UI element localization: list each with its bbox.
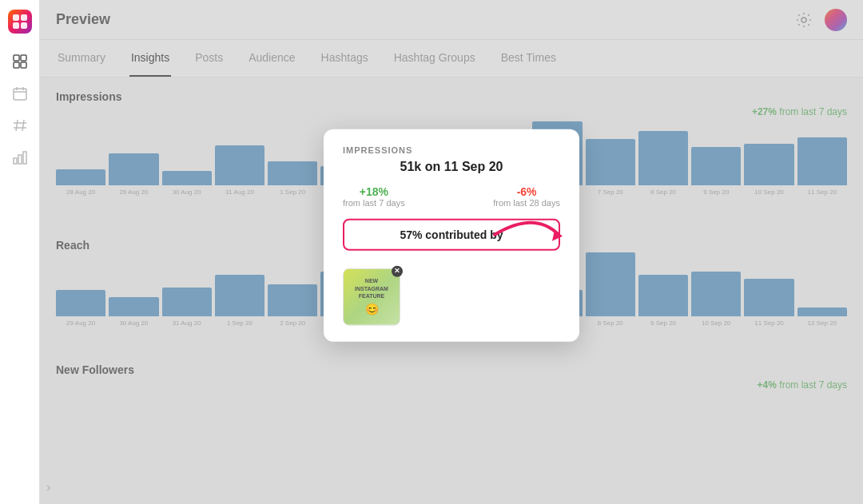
grid-icon[interactable]: [11, 53, 29, 70]
svg-rect-5: [21, 55, 26, 61]
svg-line-13: [22, 120, 24, 131]
svg-rect-4: [14, 55, 19, 61]
modal-highlight: 57% contributed by: [343, 218, 560, 250]
modal-bottom: 57% contributed by: [343, 218, 560, 261]
svg-rect-1: [21, 14, 27, 21]
modal-stat-1: +18% from last 7 days: [343, 185, 405, 207]
modal-date: 51k on 11 Sep 20: [343, 159, 560, 173]
modal-title: IMPRESSIONS: [343, 145, 560, 154]
svg-rect-6: [14, 62, 19, 68]
modal-stat-2: -6% from last 28 days: [493, 185, 560, 207]
modal-post-row: ✕ NEWINSTAGRAMFEATURE 😊: [343, 268, 560, 325]
modal-stat2-label: from last 28 days: [493, 197, 560, 207]
svg-rect-0: [13, 14, 19, 21]
app-logo[interactable]: [8, 10, 32, 34]
calendar-icon[interactable]: [11, 85, 29, 102]
svg-line-12: [16, 120, 18, 131]
impressions-modal: IMPRESSIONS 51k on 11 Sep 20 +18% from l…: [324, 129, 579, 341]
post-emoji: 😊: [365, 302, 379, 316]
analytics-icon[interactable]: [11, 149, 29, 166]
svg-rect-16: [14, 158, 17, 164]
svg-rect-8: [14, 89, 26, 100]
modal-stats: +18% from last 7 days -6% from last 28 d…: [343, 185, 560, 207]
main-content: Preview Summary Insights Posts Audience …: [40, 0, 863, 504]
svg-rect-7: [21, 62, 26, 68]
hashtag-icon[interactable]: [11, 117, 29, 134]
svg-rect-17: [18, 155, 22, 164]
post-thumb-badge: ✕: [392, 265, 403, 276]
sidebar: [0, 0, 40, 504]
modal-stat1-pct: +18%: [360, 185, 388, 197]
modal-stat2-pct: -6%: [517, 185, 537, 197]
modal-stat1-label: from last 7 days: [343, 197, 405, 207]
svg-rect-18: [23, 152, 26, 164]
svg-rect-3: [21, 22, 27, 29]
svg-rect-2: [13, 22, 19, 29]
post-thumbnail[interactable]: ✕ NEWINSTAGRAMFEATURE 😊: [343, 268, 400, 325]
